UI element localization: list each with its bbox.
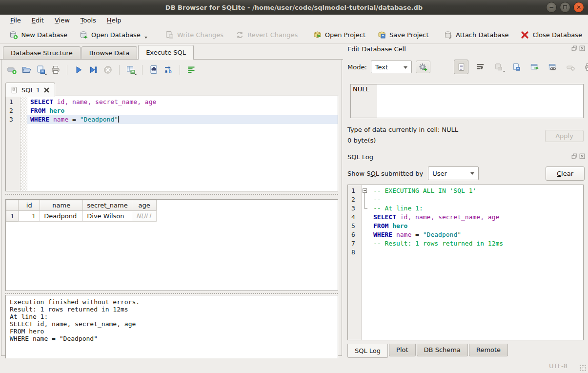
fold-cell [362,222,370,230]
resize-grip-icon[interactable] [579,364,586,371]
editor-results-splitter[interactable] [5,193,338,195]
replace-icon: ab [163,65,173,75]
results-message-splitter[interactable] [5,292,338,294]
fold-collapse-icon[interactable] [363,188,367,193]
code-lines: 1SELECT id, name, secret_name, age2FROM … [6,96,338,124]
text-mode-icon [457,62,466,72]
find-button[interactable] [147,64,160,76]
save-file-icon [36,65,46,75]
column-header-age[interactable]: age [132,200,157,211]
sql-editor[interactable]: 1SELECT id, name, secret_name, age2FROM … [5,96,338,191]
fold-cell[interactable] [362,186,370,195]
tab-plot[interactable]: Plot [389,344,416,356]
fold-cell [20,115,27,124]
column-header-name[interactable]: name [40,200,83,211]
svg-text:a: a [165,69,168,74]
sql-subtab-bar: SQL 1 [5,80,338,96]
dropdown-caret-icon[interactable] [144,37,147,39]
close-database-button[interactable]: Close Database [516,28,586,41]
menu-bar: FileEditViewToolsHelp [0,15,588,26]
replace-button[interactable]: ab [162,64,175,76]
maximize-icon[interactable] [560,2,570,13]
set-null-button[interactable] [564,61,577,73]
table-cell[interactable]: Deadpond [40,211,83,222]
apply-mode-button[interactable] [416,61,430,73]
line-number: 6 [348,230,362,239]
dropdown-caret-icon[interactable] [134,74,137,75]
corner-header[interactable] [6,200,19,211]
menu-item-help[interactable]: Help [101,16,127,25]
open-external-button[interactable] [528,61,541,73]
code-text: FROM hero [370,222,583,230]
text-mode-button[interactable] [454,60,468,74]
copy-link-button[interactable] [546,61,559,73]
code-line: 2-- [348,195,583,204]
encoding-label: UTF-8 [549,362,568,370]
mode-select[interactable]: Text [371,61,412,73]
table-cell[interactable]: NULL [132,211,157,222]
cell-editor[interactable]: NULL [350,84,584,118]
code-line: 1SELECT id, name, secret_name, age [6,98,338,106]
word-wrap-button[interactable] [474,61,487,73]
dropdown-caret-icon[interactable] [44,74,47,75]
filter-select[interactable]: User [428,166,479,180]
tab-db-schema[interactable]: DB Schema [417,344,468,356]
menu-item-tools[interactable]: Tools [75,16,101,25]
code-line: 3WHERE name = "Deadpond" [6,115,338,124]
print-icon [51,65,61,75]
new-database-button[interactable]: New Database [5,28,71,41]
tab-execute-sql[interactable]: Execute SQL [138,45,194,60]
stop-button[interactable] [101,64,114,76]
code-line: 6WHERE name = "Deadpond" [348,230,583,239]
dropdown-caret-icon[interactable] [503,71,506,72]
set-null-icon [566,62,575,72]
print-cell-button[interactable] [582,61,588,73]
print-button[interactable] [49,64,62,76]
execute-line-button[interactable] [87,64,100,76]
close-icon[interactable]: ✕ [573,2,584,13]
open-project-button[interactable]: Open Project [309,28,369,41]
save-results-icon [126,65,136,75]
write-changes-button[interactable]: Write Changes [161,28,227,41]
table-cell[interactable]: 1 [19,211,40,222]
row-header[interactable]: 1 [6,211,19,222]
save-project-button[interactable]: Save Project [373,28,433,41]
save-results-button[interactable] [124,64,137,76]
close-tab-icon[interactable] [43,87,50,93]
close-panel-icon[interactable] [579,45,585,51]
import-file-button[interactable] [492,61,505,73]
float-icon[interactable] [571,153,577,159]
tab-remote[interactable]: Remote [469,344,508,356]
execute-button[interactable] [72,64,85,76]
close-panel-icon[interactable] [579,153,585,159]
open-file-button[interactable] [20,64,33,76]
open-database-button[interactable]: Open Database [75,28,151,41]
word-wrap-icon [476,62,485,72]
tab-browse-data[interactable]: Browse Data [81,46,138,59]
attach-database-button[interactable]: Attach Database [440,28,512,41]
menu-item-edit[interactable]: Edit [26,16,49,25]
save-file-button[interactable] [35,64,47,76]
tab-sql-log[interactable]: SQL Log [347,344,388,358]
main-tabbar: Database StructureBrowse DataExecute SQL [0,45,343,60]
column-header-secret-name[interactable]: secret_name [83,200,132,211]
float-icon[interactable] [571,45,577,51]
results-grid: idnamesecret_nameage11DeadpondDive Wilso… [5,199,338,291]
new-tab-button[interactable] [5,64,18,76]
line-number: 4 [348,213,362,222]
code-text: -- Result: 1 rows returned in 12ms [370,239,583,248]
table-cell[interactable]: Dive Wilson [83,211,132,222]
clear-button[interactable]: Clear [546,166,585,181]
menu-item-view[interactable]: View [49,16,75,25]
minimize-icon[interactable]: − [546,2,557,13]
export-file-button[interactable] [510,61,523,73]
format-button[interactable] [185,64,198,76]
menu-item-file[interactable]: File [5,16,26,25]
revert-changes-button[interactable]: Revert Changes [231,28,302,41]
apply-button[interactable]: Apply [545,130,584,142]
copy-link-icon [548,62,557,72]
sqllog-title: SQL Log [347,153,373,161]
tab-sql-1[interactable]: SQL 1 [5,83,55,97]
column-header-id[interactable]: id [19,200,40,211]
tab-database-structure[interactable]: Database Structure [3,46,81,59]
